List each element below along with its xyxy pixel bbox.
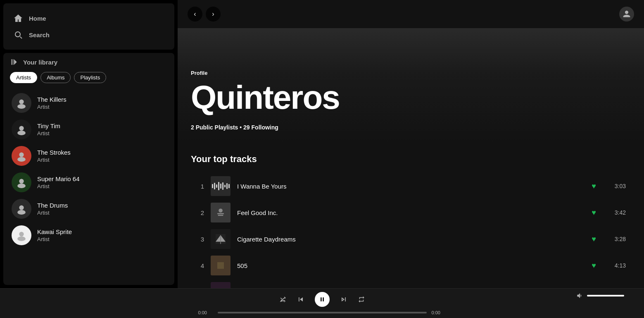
svg-point-7: [17, 184, 26, 188]
library-title: Your library: [23, 59, 57, 66]
track-row[interactable]: 1 I Wanna Be Yours ♥: [191, 173, 631, 199]
track-row[interactable]: 4 505 ♥ 4:13: [191, 252, 631, 279]
volume-bar[interactable]: [587, 295, 624, 296]
svg-point-8: [19, 206, 24, 210]
filter-playlists[interactable]: Playlists: [74, 72, 106, 83]
artist-type: Artist: [37, 183, 80, 189]
sidebar: Home Search Your library Artists Albums …: [0, 0, 178, 288]
avatar: [12, 172, 31, 192]
playback-bar: 0:00 0:00: [0, 288, 644, 318]
artist-name: The Drums: [37, 202, 68, 209]
artist-name: The Strokes: [37, 149, 71, 156]
avatar: [12, 120, 31, 139]
track-thumbnail: [211, 256, 231, 275]
artist-photo-icon: [16, 177, 27, 188]
user-icon: [623, 10, 631, 18]
avatar: [12, 199, 31, 219]
shuffle-icon: [279, 296, 287, 303]
nav-buttons: ‹ ›: [188, 7, 221, 22]
svg-point-11: [17, 237, 26, 241]
track-thumbnail: [211, 282, 231, 288]
artist-type: Artist: [37, 210, 68, 216]
track-number: 1: [196, 183, 204, 190]
artist-info: The Killers Artist: [37, 96, 67, 110]
track-thumbnail: [211, 203, 231, 222]
back-button[interactable]: ‹: [188, 7, 202, 22]
artist-photo-icon: [16, 97, 27, 109]
current-time: 0:00: [198, 310, 213, 315]
list-item[interactable]: Tiny Tim Artist: [10, 116, 168, 143]
avatar: [12, 146, 31, 166]
artist-type: Artist: [37, 130, 60, 136]
next-button[interactable]: [340, 295, 348, 304]
repeat-button[interactable]: [358, 296, 365, 303]
list-item[interactable]: The Strokes Artist: [10, 143, 168, 169]
svg-point-4: [19, 153, 24, 157]
artist-type: Artist: [37, 104, 67, 110]
track-thumbnail: [211, 229, 231, 249]
artist-photo-icon: [16, 150, 27, 162]
svg-rect-13: [217, 213, 224, 214]
filter-albums[interactable]: Albums: [40, 72, 71, 83]
artist-info: Kawai Sprite Artist: [37, 228, 72, 242]
sidebar-item-home[interactable]: Home: [12, 10, 166, 26]
heart-icon: ♥: [592, 182, 596, 191]
list-item[interactable]: The Drums Artist: [10, 196, 168, 222]
svg-point-0: [19, 100, 24, 104]
track-row[interactable]: 3 Cigarette Daydreams ♥ 3:28: [191, 226, 631, 252]
sidebar-item-search[interactable]: Search: [12, 26, 166, 43]
list-item[interactable]: Kawai Sprite Artist: [10, 222, 168, 249]
avatar: [12, 225, 31, 245]
artist-name: Super Mario 64: [37, 175, 80, 182]
end-time: 0:00: [432, 310, 446, 315]
artist-info: Tiny Tim Artist: [37, 122, 60, 136]
heart-icon: ♥: [592, 261, 596, 270]
main-content: ‹ › Profile Quinteros 2 Public Playlists…: [178, 0, 644, 288]
artist-name: Kawai Sprite: [37, 228, 72, 235]
artist-type: Artist: [37, 236, 72, 242]
pause-button[interactable]: [315, 292, 330, 307]
track-title: Cigarette Daydreams: [237, 236, 585, 243]
stats-separator: •: [240, 124, 243, 131]
avatar: [12, 93, 31, 113]
track-title: Feel Good Inc.: [237, 209, 585, 216]
svg-point-9: [17, 210, 26, 215]
artist-list: The Killers Artist Tiny Tim Artist: [10, 90, 168, 249]
track-number: 3: [196, 236, 204, 243]
filter-artists[interactable]: Artists: [10, 72, 37, 83]
artist-info: The Strokes Artist: [37, 149, 71, 163]
topbar: ‹ ›: [178, 0, 644, 28]
list-item[interactable]: Super Mario 64 Artist: [10, 169, 168, 196]
svg-point-6: [19, 179, 24, 184]
track-thumbnail: [211, 176, 231, 196]
public-playlists-stat: 2 Public Playlists: [191, 124, 238, 131]
filter-buttons: Artists Albums Playlists: [10, 72, 168, 83]
track-row[interactable]: 2 Feel Good Inc. ♥ 3:42: [191, 199, 631, 226]
shuffle-button[interactable]: [279, 296, 287, 303]
artist-name: Tiny Tim: [37, 122, 60, 129]
progress-bar[interactable]: [218, 312, 427, 313]
track-duration: 3:03: [609, 183, 626, 189]
track-title: I Wanna Be Yours: [237, 183, 585, 190]
user-menu-button[interactable]: [619, 7, 634, 22]
list-item[interactable]: The Killers Artist: [10, 90, 168, 116]
library-header: Your library: [10, 58, 168, 66]
home-label: Home: [29, 15, 46, 22]
album-art-icon: [214, 285, 227, 288]
track-number: 4: [196, 262, 204, 269]
sidebar-nav: Home Search: [3, 3, 174, 50]
waveform-icon: [212, 182, 230, 190]
volume-section: [576, 292, 624, 299]
artist-photo-icon: [16, 203, 27, 215]
progress-row: 0:00 0:00: [198, 310, 446, 315]
track-duration: 3:28: [609, 236, 626, 242]
search-icon: [13, 30, 23, 40]
home-icon: [13, 13, 23, 23]
svg-rect-19: [217, 262, 224, 269]
forward-button[interactable]: ›: [206, 7, 221, 22]
track-row[interactable]: 5 Instant Crush - Unpeeled ♥ 5:09: [191, 279, 631, 288]
previous-button[interactable]: [297, 295, 305, 304]
album-art-icon: [214, 232, 227, 246]
svg-point-5: [17, 157, 26, 162]
album-art-icon: [214, 206, 227, 219]
